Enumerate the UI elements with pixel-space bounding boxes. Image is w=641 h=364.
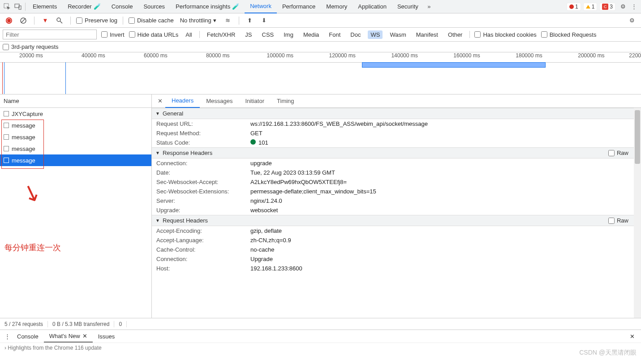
- filter-type-media[interactable]: Media: [301, 30, 322, 39]
- tab-recorder[interactable]: Recorder🧪: [62, 0, 106, 13]
- drawer-tab-console[interactable]: Console: [12, 330, 44, 343]
- drawer-close-button[interactable]: ✕: [626, 333, 638, 340]
- raw-toggle[interactable]: Raw: [608, 217, 628, 224]
- filter-type-doc[interactable]: Doc: [348, 30, 363, 39]
- disable-cache-checkbox[interactable]: Disable cache: [129, 17, 174, 24]
- filter-type-img[interactable]: Img: [281, 30, 296, 39]
- drawer-kebab-icon[interactable]: ⋮: [3, 333, 12, 340]
- invert-checkbox[interactable]: Invert: [101, 31, 125, 38]
- scrollbar-thumb[interactable]: [635, 110, 640, 164]
- inspect-icon[interactable]: [2, 1, 13, 12]
- kv-key: Accept-Encoding:: [156, 227, 250, 234]
- kebab-icon[interactable]: ⋮: [628, 1, 639, 12]
- annotation-text: 每分钟重连一次: [4, 242, 61, 253]
- tl-label: 140000 ms: [374, 52, 436, 62]
- search-icon[interactable]: [54, 15, 65, 26]
- extension-badge[interactable]: C3: [599, 3, 615, 11]
- tab-security[interactable]: Security: [392, 0, 424, 13]
- svg-line-4: [21, 18, 26, 23]
- timeline-selection[interactable]: [362, 62, 546, 68]
- tab-performance-insights[interactable]: Performance insights🧪: [170, 0, 245, 13]
- detail-tab-initiator[interactable]: Initiator: [239, 94, 271, 108]
- tl-label: 100000 ms: [249, 52, 311, 62]
- request-row[interactable]: JXYCapture: [0, 108, 151, 120]
- tab-sources[interactable]: Sources: [138, 0, 170, 13]
- svg-line-6: [60, 21, 62, 23]
- detail-tab-messages[interactable]: Messages: [200, 94, 239, 108]
- tab-elements[interactable]: Elements: [27, 0, 62, 13]
- status-requests: 5 / 274 requests: [0, 321, 48, 327]
- settings-icon[interactable]: ⚙: [618, 1, 628, 12]
- triangle-down-icon: ▼: [155, 150, 160, 155]
- section-request-headers[interactable]: ▼Request HeadersRaw: [152, 215, 641, 226]
- drawer-tab-issues[interactable]: Issues: [93, 330, 120, 343]
- kv-key: Request Method:: [156, 130, 250, 137]
- kv-value: upgrade: [250, 160, 641, 167]
- tab-performance[interactable]: Performance: [277, 0, 321, 13]
- detail-tab-bar: ✕ Headers Messages Initiator Timing: [152, 94, 641, 108]
- kv-value: Upgrade: [250, 256, 641, 262]
- filter-type-font[interactable]: Font: [326, 30, 343, 39]
- tab-console[interactable]: Console: [106, 0, 138, 13]
- tl-label: 200000 ms: [560, 52, 622, 62]
- warning-badge[interactable]: 1: [583, 3, 598, 11]
- third-party-checkbox[interactable]: 3rd-party requests: [3, 43, 59, 50]
- raw-toggle[interactable]: Raw: [608, 150, 628, 156]
- filter-type-css[interactable]: CSS: [259, 30, 277, 39]
- kv-key: Connection:: [156, 256, 250, 262]
- throttling-select[interactable]: No throttling ▾: [177, 16, 219, 25]
- blocked-requests-checkbox[interactable]: Blocked Requests: [541, 31, 597, 38]
- tab-application[interactable]: Application: [353, 0, 392, 13]
- filter-type-all[interactable]: All: [183, 30, 194, 39]
- filter-type-wasm[interactable]: Wasm: [387, 30, 409, 39]
- drawer-highlight-line: › Highlights from the Chrome 116 update: [0, 343, 641, 353]
- device-toolbar-icon[interactable]: [13, 1, 23, 12]
- clear-icon[interactable]: [18, 15, 29, 26]
- detail-tab-headers[interactable]: Headers: [165, 94, 200, 108]
- separator: [239, 17, 239, 25]
- kv-cache-control: Cache-Control:no-cache: [152, 245, 641, 254]
- request-list-header[interactable]: Name: [0, 94, 151, 108]
- error-badge[interactable]: 1: [567, 3, 581, 11]
- tab-network[interactable]: Network: [245, 0, 277, 13]
- detail-body: ▼General Request URL:ws://192.168.1.233:…: [152, 108, 641, 318]
- tl-label: 180000 ms: [498, 52, 560, 62]
- detail-tab-timing[interactable]: Timing: [271, 94, 301, 108]
- filter-type-js[interactable]: JS: [242, 30, 254, 39]
- hide-data-urls-checkbox[interactable]: Hide data URLs: [129, 31, 179, 38]
- more-tabs-icon[interactable]: »: [424, 1, 435, 12]
- filter-icon[interactable]: ▼: [40, 15, 51, 26]
- download-har-icon[interactable]: ⬇: [259, 15, 270, 26]
- filter-input[interactable]: [3, 30, 97, 39]
- section-general[interactable]: ▼General: [152, 108, 641, 119]
- network-timeline[interactable]: 20000 ms 40000 ms 60000 ms 80000 ms 1000…: [0, 52, 641, 94]
- tab-memory[interactable]: Memory: [321, 0, 353, 13]
- close-detail-button[interactable]: ✕: [155, 98, 165, 104]
- preserve-log-checkbox[interactable]: Preserve log: [76, 17, 117, 24]
- drawer-tab-whatsnew[interactable]: What's New ✕: [44, 330, 93, 343]
- timeline-labels: 20000 ms 40000 ms 60000 ms 80000 ms 1000…: [0, 52, 641, 62]
- filter-type-fetchxhr[interactable]: Fetch/XHR: [204, 30, 238, 39]
- section-response-headers[interactable]: ▼Response HeadersRaw: [152, 147, 641, 158]
- filter-type-ws[interactable]: WS: [368, 30, 383, 39]
- status-transferred: 0 B / 5.3 MB transferred: [48, 321, 114, 327]
- network-conditions-icon[interactable]: ≋: [223, 15, 233, 26]
- close-icon[interactable]: ✕: [82, 333, 87, 339]
- tl-label: 40000 ms: [62, 52, 125, 62]
- tl-label: 2200: [622, 52, 641, 62]
- kv-value: no-cache: [250, 246, 641, 253]
- kv-value: Tue, 22 Aug 2023 03:13:59 GMT: [250, 169, 641, 176]
- network-settings-icon[interactable]: ⚙: [627, 15, 637, 26]
- drawer-highlight-text: Highlights from the Chrome 116 update: [8, 345, 101, 351]
- has-blocked-cookies-checkbox[interactable]: Has blocked cookies: [474, 31, 536, 38]
- tl-label: 60000 ms: [125, 52, 187, 62]
- upload-har-icon[interactable]: ⬆: [245, 15, 255, 26]
- record-button[interactable]: [4, 15, 14, 26]
- scrollbar[interactable]: [634, 108, 641, 318]
- kv-key: Sec-Websocket-Extensions:: [156, 188, 250, 195]
- filter-type-other[interactable]: Other: [445, 30, 465, 39]
- filter-type-manifest[interactable]: Manifest: [413, 30, 441, 39]
- kv-key: Connection:: [156, 160, 250, 167]
- kv-value: zh-CN,zh;q=0.9: [250, 237, 641, 244]
- request-detail: ✕ Headers Messages Initiator Timing ▼Gen…: [152, 94, 641, 318]
